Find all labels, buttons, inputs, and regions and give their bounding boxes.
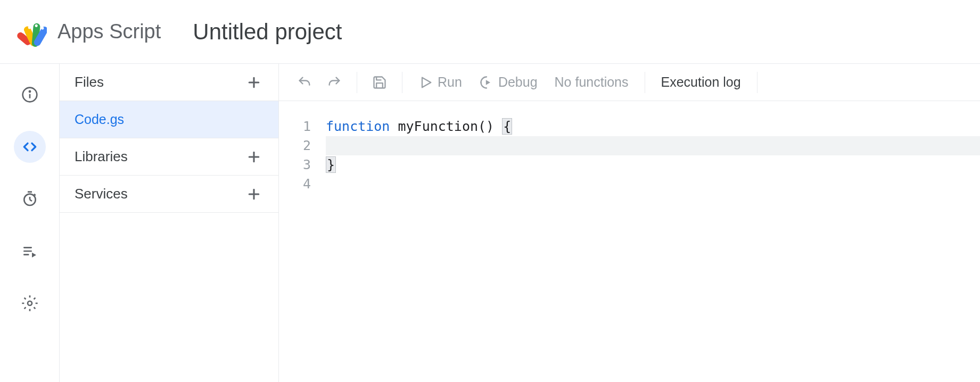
code-line[interactable] — [326, 136, 980, 155]
line-number: 2 — [279, 136, 311, 155]
execution-log-label: Execution log — [661, 74, 741, 90]
libraries-label: Libraries — [75, 148, 128, 165]
line-number: 1 — [279, 117, 311, 136]
nav-editor[interactable] — [14, 131, 46, 163]
toolbar-separator — [357, 72, 357, 93]
svg-line-13 — [30, 200, 32, 201]
file-item[interactable]: Code.gs — [60, 101, 278, 138]
add-library-button[interactable] — [244, 147, 263, 167]
files-panel: Files Code.gs Libraries Services — [60, 64, 279, 382]
svg-point-7 — [41, 27, 44, 29]
header: Apps Script Untitled project — [0, 0, 980, 64]
file-name: Code.gs — [75, 112, 124, 127]
svg-marker-27 — [422, 77, 431, 87]
app-name: Apps Script — [57, 20, 161, 43]
nav-settings[interactable] — [14, 287, 46, 319]
run-button[interactable]: Run — [412, 70, 468, 95]
debug-label: Debug — [498, 74, 538, 90]
files-section-header: Files — [60, 64, 278, 101]
files-label: Files — [75, 74, 104, 90]
line-number-gutter: 1 2 3 4 — [279, 117, 326, 382]
debug-button[interactable]: Debug — [473, 70, 544, 95]
line-number: 3 — [279, 155, 311, 175]
line-number: 4 — [279, 175, 311, 194]
toolbar-separator — [757, 72, 757, 93]
editor-area: Run Debug No functions Execution log — [279, 64, 980, 382]
code-line[interactable]: function myFunction() { — [326, 117, 980, 136]
svg-point-4 — [22, 30, 24, 33]
function-selector-label: No functions — [555, 74, 629, 90]
nav-executions[interactable] — [14, 235, 46, 267]
svg-point-5 — [28, 26, 31, 29]
libraries-section-header: Libraries — [60, 138, 278, 176]
add-service-button[interactable] — [244, 185, 263, 204]
function-selector[interactable]: No functions — [548, 70, 635, 95]
project-title[interactable]: Untitled project — [193, 19, 342, 45]
undo-button[interactable] — [292, 70, 317, 95]
code-content[interactable]: function myFunction() { } — [326, 117, 980, 382]
svg-point-20 — [28, 301, 32, 305]
toolbar-separator — [645, 72, 645, 93]
execution-log-button[interactable]: Execution log — [655, 70, 747, 95]
svg-line-15 — [34, 194, 36, 196]
svg-marker-19 — [32, 253, 36, 258]
editor-toolbar: Run Debug No functions Execution log — [279, 64, 980, 101]
redo-button[interactable] — [322, 70, 347, 95]
nav-overview[interactable] — [14, 79, 46, 111]
svg-marker-28 — [486, 80, 490, 85]
nav-rail — [0, 64, 60, 382]
services-label: Services — [75, 186, 128, 202]
svg-point-6 — [35, 24, 38, 27]
add-file-button[interactable] — [244, 73, 263, 92]
apps-script-logo — [17, 17, 47, 47]
save-button[interactable] — [367, 70, 392, 95]
code-line[interactable] — [326, 175, 980, 194]
run-label: Run — [438, 74, 462, 90]
toolbar-separator — [402, 72, 402, 93]
code-editor[interactable]: 1 2 3 4 function myFunction() { } — [279, 101, 980, 382]
main-container: Files Code.gs Libraries Services — [0, 64, 980, 382]
nav-triggers[interactable] — [14, 183, 46, 215]
services-section-header: Services — [60, 176, 278, 213]
svg-point-10 — [29, 91, 30, 92]
code-line[interactable]: } — [326, 155, 980, 175]
